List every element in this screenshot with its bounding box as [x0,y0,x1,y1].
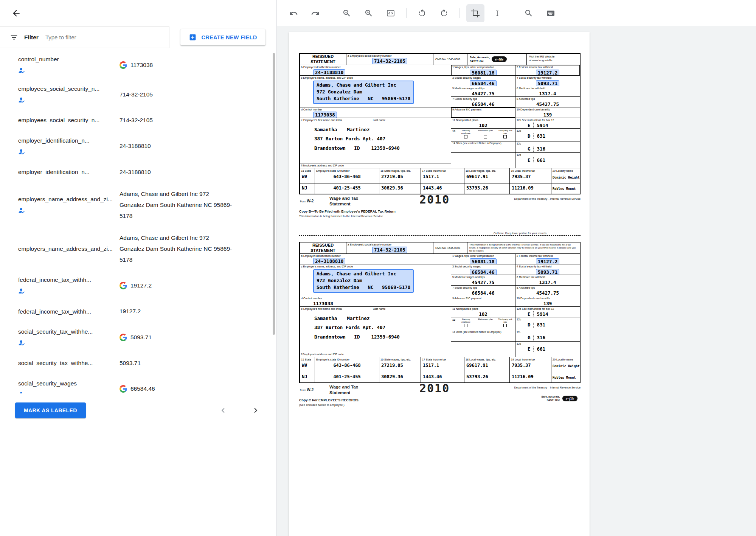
state-tax-2: 1443.46 [421,374,464,379]
back-button[interactable] [9,6,23,20]
box-2-value[interactable]: 19127.2 [536,258,560,264]
add-bounding-box-button[interactable] [466,4,484,22]
box-3-value[interactable]: 66584.46 [470,269,496,275]
text-select-button[interactable] [488,4,506,22]
cut-note: Cut here. Keep lower portion for your re… [494,232,547,235]
box-2-value[interactable]: 19127.2 [536,70,560,75]
state-row-2: NJ 401-25-455 30829.36 1443.46 53793.26 … [300,183,580,194]
field-value: 66584.46 [130,384,155,393]
employer-address-value[interactable]: Adams, Chase and Gilbert Inc 972 Gonzale… [313,269,414,293]
field-value-block: Adams, Chase and Gilbert Inc 972 Gonzale… [120,233,233,265]
field-value: 19127.2 [120,306,141,317]
rotate-left-button[interactable] [413,4,431,22]
local-tax-2: 11216.09 [510,185,551,191]
w2-form-copy: REISSUED STATEMENT a Employee's social s… [299,53,581,236]
toolbar-divider [406,8,407,18]
blank-cell [451,342,515,357]
box-12c-cell: 12c G316 [515,141,580,152]
reissued-statement: REISSUED STATEMENT [300,242,346,253]
state-id-1: 643-86-468 [315,174,379,179]
box-5-value: 45427.75 [451,280,515,285]
box-7-8-row: 7 Social security tips 66584.46 8 Alloca… [451,286,580,296]
copy-note: (See enclosed Notice to Employee.) [299,403,581,407]
tax-year: 2010 [419,382,450,395]
field-row[interactable]: social_security_wages 66584.46 [18,374,267,393]
statutory-employee-checkbox [464,324,467,327]
box-3-value[interactable]: 66584.46 [470,80,496,86]
control-number-value[interactable]: 1173038 [313,112,337,118]
field-row[interactable]: control_number 1173038 [18,50,267,80]
employee-first-name: Samantha [314,315,337,321]
employee-last-name: Martinez [347,127,369,132]
zoom-in-button[interactable] [360,4,378,22]
search-button[interactable] [520,4,538,22]
box-1-value[interactable]: 56081.18 [470,70,496,75]
keyboard-shortcuts-button[interactable] [542,4,560,22]
box-1-value[interactable]: 56081.18 [470,258,496,264]
box-12d-row: 12d E661 [451,153,580,168]
field-value-block: 5093.71 [120,332,152,343]
employee-city-zip: Brandontown ID 12359-6940 [314,334,400,340]
statutory-employee-checkbox [464,135,467,138]
box-6-value: 1317.4 [515,91,580,96]
field-row[interactable]: social_security_tax_withhe... 5093.71 [18,323,267,352]
field-row[interactable]: federal_income_tax_withh... 19127.2 [18,300,267,323]
zoom-out-button[interactable] [338,4,356,22]
field-row[interactable]: employer_identification_n... 24-3188810 [18,132,267,161]
field-row[interactable]: employees_social_security_n... 714-32-21… [18,80,267,109]
ssn-value[interactable]: 714-32-2105 [372,58,407,64]
ein-value[interactable]: 24-3188810 [313,69,345,76]
rotate-right-button[interactable] [435,4,453,22]
field-row[interactable]: social_security_tax_withhe... 5093.71 [18,352,267,374]
code-view-button[interactable] [382,4,400,22]
filter-row: Filter CREATE NEW FIELD [0,26,276,48]
filter-icon [10,33,18,42]
redo-button[interactable] [306,4,324,22]
previous-document-button[interactable] [216,403,230,418]
filter-input[interactable] [45,34,169,41]
left-panel-footer: MARK AS LABELED [0,393,276,427]
field-row[interactable]: employers_name_address_and_zi... Adams, … [18,227,267,271]
list-scrollbar[interactable] [273,53,275,335]
ssn-cell: a Employee's social security number 714-… [346,242,433,253]
w2-left-column: b Employer identification number 24-3188… [300,254,451,357]
w2-form: REISSUED STATEMENT a Employee's social s… [299,242,581,383]
add-box-icon [189,33,197,41]
undo-button[interactable] [284,4,303,22]
box-3-cell: 3 Social security wages 66584.46 [451,76,515,86]
state-tax-table: 15 StateWV Employer's state ID number643… [300,168,580,194]
field-row[interactable]: employer_identification_n... 24-3188810 [18,161,267,183]
document-viewer[interactable]: REISSUED STATEMENT a Employee's social s… [277,26,756,536]
box-4-value[interactable]: 5093.71 [536,269,560,275]
box-12d-cell: 12d E661 [515,153,580,168]
irs-furnished-notice: This information is being furnished to t… [467,242,580,253]
next-document-button[interactable] [248,403,263,418]
field-value: 714-32-2105 [120,115,153,126]
locality-2: Robles Mount [551,376,580,379]
human-reviewed-icon [18,96,113,104]
human-reviewed-icon [18,148,113,155]
irs-efile-logo: e~file [562,396,577,401]
box-4-value[interactable]: 5093.71 [536,80,560,86]
code-icon [386,9,395,18]
mark-as-labeled-button[interactable]: MARK AS LABELED [15,402,86,418]
rotate-right-icon [439,9,449,18]
ein-value[interactable]: 24-3188810 [313,258,345,264]
field-name: social_security_wages [18,380,113,387]
box-12c-cell: 12c G316 [515,330,580,341]
box-5-value: 45427.75 [451,91,515,96]
create-new-field-button[interactable]: CREATE NEW FIELD [180,29,265,45]
field-row[interactable]: employers_name_address_and_zi... Adams, … [18,183,267,227]
employer-address-value[interactable]: Adams, Chase and Gilbert Inc 972 Gonzale… [313,81,414,104]
control-number-value[interactable]: 1173038 [313,301,333,306]
field-row[interactable]: employees_social_security_n... 714-32-21… [18,109,267,132]
toolbar-divider [513,8,513,18]
box-8-cell: 8 Allocated tips 45427.75 [515,286,580,296]
ssn-value[interactable]: 714-32-2105 [372,247,407,253]
field-row[interactable]: federal_income_tax_withh... 19127.2 [18,271,267,300]
undo-icon [289,9,298,18]
omb-number: OMB No. 1545-0008 [433,54,467,65]
box-13-12b-row: 13 Statutory employee Retirement plan Th… [451,129,580,141]
blank-cell [451,153,515,168]
box-7-value: 66584.46 [451,101,515,107]
